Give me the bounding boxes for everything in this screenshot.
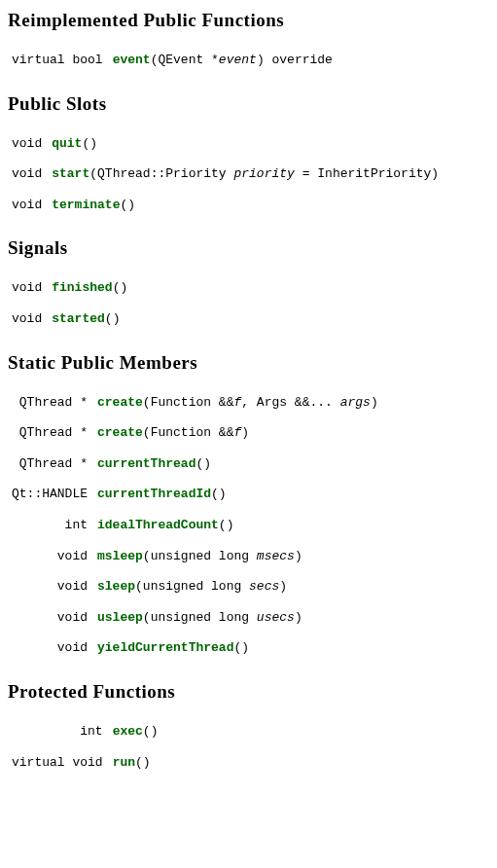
function-params: ()	[195, 456, 211, 471]
return-type: void	[8, 159, 52, 190]
section-heading-protected-functions: Protected Functions	[8, 681, 489, 703]
table-row: voidfinished()	[8, 272, 137, 304]
function-params: ()	[113, 280, 128, 295]
return-type: virtual void	[8, 747, 113, 778]
member-table-reimplemented-public-functions: virtual boolevent(QEvent *event) overrid…	[8, 45, 342, 76]
return-type: void	[8, 190, 52, 221]
function-name-link[interactable]: currentThread	[97, 456, 195, 471]
table-row: voidstart(QThread::Priority priority = I…	[8, 159, 448, 190]
return-type: void	[8, 602, 97, 633]
function-name-link[interactable]: finished	[52, 280, 112, 295]
return-type: QThread *	[8, 449, 97, 480]
function-signature: quit()	[52, 128, 448, 160]
table-row: intexec()	[8, 716, 167, 747]
function-params: ()	[135, 755, 151, 770]
table-row: QThread *currentThread()	[8, 449, 388, 480]
return-type: virtual bool	[8, 45, 113, 76]
function-name-link[interactable]: started	[52, 311, 105, 326]
function-params: ()	[211, 487, 227, 501]
function-params: ()	[82, 136, 97, 151]
function-params: ()	[105, 311, 121, 326]
function-params: (unsigned long secs)	[135, 579, 287, 594]
section-heading-static-public-members: Static Public Members	[8, 352, 489, 374]
table-row: voidyieldCurrentThread()	[8, 633, 388, 664]
function-signature: start(QThread::Priority priority = Inher…	[52, 159, 448, 190]
return-type: void	[8, 128, 52, 160]
function-params: (QThread::Priority priority = InheritPri…	[89, 166, 439, 181]
return-type: int	[8, 510, 97, 541]
function-signature: sleep(unsigned long secs)	[97, 571, 388, 602]
function-name-link[interactable]: currentThreadId	[97, 487, 211, 501]
table-row: voidquit()	[8, 128, 448, 160]
table-row: virtual boolevent(QEvent *event) overrid…	[8, 45, 342, 76]
function-params: (unsigned long usecs)	[143, 610, 302, 625]
function-signature: currentThread()	[97, 449, 388, 480]
table-row: voidstarted()	[8, 304, 137, 335]
section-heading-reimplemented-public-functions: Reimplemented Public Functions	[8, 10, 489, 31]
return-type: QThread *	[8, 387, 97, 418]
function-signature: run()	[113, 747, 168, 778]
function-signature: idealThreadCount()	[97, 510, 388, 541]
section-heading-public-slots: Public Slots	[8, 93, 489, 115]
table-row: virtual voidrun()	[8, 747, 167, 778]
member-table-public-slots: voidquit()voidstart(QThread::Priority pr…	[8, 128, 448, 221]
function-signature: event(QEvent *event) override	[113, 45, 342, 76]
function-signature: create(Function &&f)	[97, 417, 388, 449]
function-name-link[interactable]: msleep	[97, 549, 143, 563]
function-signature: finished()	[52, 272, 137, 304]
table-row: voidusleep(unsigned long usecs)	[8, 602, 388, 633]
member-table-signals: voidfinished()voidstarted()	[8, 272, 137, 334]
return-type: void	[8, 272, 52, 304]
return-type: void	[8, 571, 97, 602]
function-signature: exec()	[113, 716, 168, 747]
function-signature: started()	[52, 304, 137, 335]
function-params: (unsigned long msecs)	[143, 549, 302, 563]
function-name-link[interactable]: exec	[113, 724, 143, 739]
function-name-link[interactable]: create	[97, 395, 143, 410]
function-name-link[interactable]: usleep	[97, 610, 143, 625]
table-row: QThread *create(Function &&f, Args &&...…	[8, 387, 388, 418]
return-type: QThread *	[8, 417, 97, 449]
table-row: QThread *create(Function &&f)	[8, 417, 388, 449]
function-name-link[interactable]: idealThreadCount	[97, 518, 219, 532]
table-row: voidterminate()	[8, 190, 448, 221]
return-type: Qt::HANDLE	[8, 479, 97, 510]
section-heading-signals: Signals	[8, 237, 489, 259]
function-signature: create(Function &&f, Args &&... args)	[97, 387, 388, 418]
function-name-link[interactable]: yieldCurrentThread	[97, 640, 233, 655]
return-type: int	[8, 716, 113, 747]
function-name-link[interactable]: start	[52, 166, 89, 181]
table-row: voidsleep(unsigned long secs)	[8, 571, 388, 602]
function-name-link[interactable]: create	[97, 425, 143, 440]
api-doc-content: Reimplemented Public Functionsvirtual bo…	[8, 10, 489, 778]
member-table-static-public-members: QThread *create(Function &&f, Args &&...…	[8, 387, 388, 664]
function-params: ()	[143, 724, 159, 739]
function-name-link[interactable]: event	[113, 53, 151, 67]
table-row: voidmsleep(unsigned long msecs)	[8, 541, 388, 572]
return-type: void	[8, 304, 52, 335]
function-params: (Function &&f, Args &&... args)	[143, 395, 378, 410]
function-params: ()	[120, 198, 135, 212]
function-name-link[interactable]: terminate	[52, 198, 120, 212]
return-type: void	[8, 541, 97, 572]
table-row: intidealThreadCount()	[8, 510, 388, 541]
function-signature: currentThreadId()	[97, 479, 388, 510]
function-params: ()	[219, 518, 234, 532]
table-row: Qt::HANDLEcurrentThreadId()	[8, 479, 388, 510]
function-signature: usleep(unsigned long usecs)	[97, 602, 388, 633]
member-table-protected-functions: intexec()virtual voidrun()	[8, 716, 167, 778]
function-params: (QEvent *event) override	[151, 53, 333, 67]
function-name-link[interactable]: quit	[52, 136, 82, 151]
function-signature: msleep(unsigned long msecs)	[97, 541, 388, 572]
function-params: ()	[233, 640, 249, 655]
function-signature: terminate()	[52, 190, 448, 221]
function-name-link[interactable]: sleep	[97, 579, 135, 594]
function-params: (Function &&f)	[143, 425, 249, 440]
function-signature: yieldCurrentThread()	[97, 633, 388, 664]
function-name-link[interactable]: run	[113, 755, 135, 770]
return-type: void	[8, 633, 97, 664]
